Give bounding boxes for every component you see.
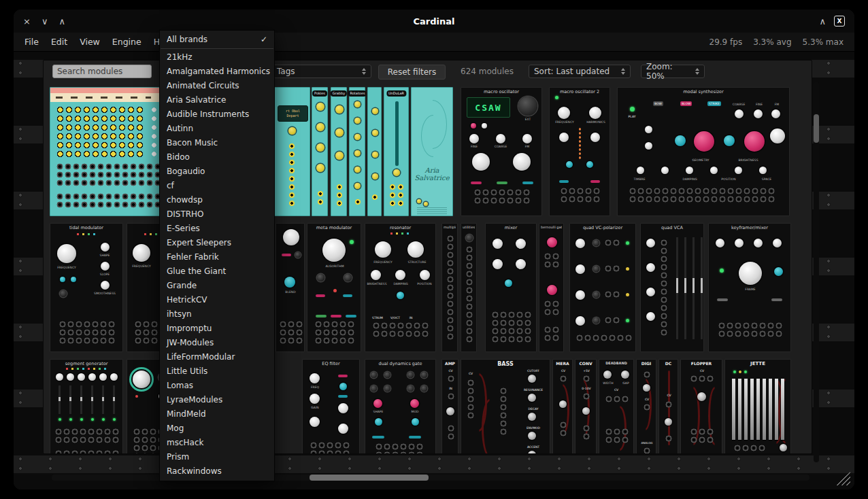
menu-item-brand[interactable]: cf <box>160 179 274 193</box>
module-preview-modal-synthesizer[interactable]: modal synthesizer PLAY BOW BLOW STRIKE C… <box>617 87 790 216</box>
menu-item-brand[interactable]: Fehler Fabrik <box>160 250 274 264</box>
knob <box>754 239 763 247</box>
module-preview-bass[interactable]: BASS CV CUTOFF RESONANCE DECAY ENVMOD AC… <box>461 359 550 454</box>
knob <box>575 290 585 300</box>
module-preview-pokies[interactable]: Pokies <box>312 87 328 216</box>
cpu-max: 5.3% max <box>803 37 844 47</box>
menu-item-brand[interactable]: Mog <box>160 421 274 436</box>
module-preview-eq-filter[interactable]: EQ filter FREQ GAIN <box>302 359 360 454</box>
module-preview-undular[interactable]: UnDuLaR <box>384 87 409 216</box>
module-preview-conv[interactable]: CONV +5V 0-10V <box>575 359 597 454</box>
module-title: MERA <box>554 361 571 366</box>
menu-item-brand[interactable]: HetrickCV <box>160 293 274 307</box>
module-preview-bernoulli-gate[interactable]: bernoulli gate <box>539 223 564 352</box>
module-preview-amp[interactable]: AMP CV IN <box>441 359 458 454</box>
led <box>80 418 83 421</box>
module-preview-keyframer-mixer[interactable]: keyframer/mixer FRAME <box>708 223 791 352</box>
menu-file[interactable]: File <box>24 37 39 47</box>
reset-filters-button[interactable]: Reset filters <box>378 65 446 80</box>
knob <box>56 373 63 381</box>
module-preview-flopper[interactable]: FLOPPER CV <box>680 359 722 454</box>
jack-field <box>314 320 355 345</box>
menu-item-brand[interactable]: Amalgamated Harmonics <box>160 65 274 79</box>
menu-item-brand[interactable]: Audible Instruments <box>160 107 274 122</box>
module-preview-rotatoes[interactable]: Rotatoes <box>349 87 365 216</box>
menu-item-brand[interactable]: mscHack <box>160 436 274 450</box>
knob <box>780 444 787 451</box>
menu-item-brand[interactable]: Bogaudio <box>160 165 274 179</box>
module-preview-aria-sequencer[interactable] <box>50 87 169 216</box>
module-preview-mera[interactable]: MERA CV <box>552 359 573 454</box>
close-window-icon[interactable]: × <box>23 16 31 27</box>
menu-item-brand[interactable]: Prism <box>160 450 274 464</box>
search-input[interactable] <box>52 65 152 78</box>
vertical-scrollbar[interactable] <box>814 82 819 462</box>
menu-item-brand[interactable]: LifeFormModular <box>160 350 274 364</box>
module-preview-segment-generator[interactable]: segment generator <box>50 359 123 454</box>
knob <box>384 385 390 392</box>
module-preview-jette[interactable]: JETTE <box>724 359 791 454</box>
menu-item-brand[interactable]: Bidoo <box>160 150 274 165</box>
module-preview-macro-oscillator[interactable]: macro oscillator CSAW EXT FINE COARSE FM <box>461 87 542 216</box>
menu-item-brand[interactable]: Aria Salvatrice <box>160 93 274 107</box>
menu-item-brand[interactable]: LyraeModules <box>160 393 274 407</box>
module-preview-aria-splash[interactable]: Aria Salvatrice <box>411 87 453 216</box>
module-preview-resonator[interactable]: resonator FREQUENCY STRUCTURE BRIGHTNESS… <box>365 223 436 352</box>
module-preview-meta-modulator[interactable]: meta modulator ALGORITHM <box>307 223 361 352</box>
menu-item-brand[interactable]: ihtsyn <box>160 307 274 322</box>
menu-item-brand[interactable]: Lomas <box>160 379 274 393</box>
menu-item-brand[interactable]: DISTRHO <box>160 207 274 222</box>
module-preview-texture-synth[interactable]: BLEND <box>276 223 305 352</box>
menu-item-brand[interactable]: Rackwindows <box>160 464 274 479</box>
menu-engine[interactable]: Engine <box>112 37 141 47</box>
module-preview-aria-thin[interactable] <box>367 87 382 216</box>
sort-dropdown[interactable]: Sort: Last updated <box>529 65 631 78</box>
menu-edit[interactable]: Edit <box>51 37 67 47</box>
zoom-dropdown[interactable]: Zoom: 50% <box>641 65 705 78</box>
menu-item-brand[interactable]: 21kHz <box>160 50 274 65</box>
maximize-window-icon[interactable]: ∧ <box>59 16 65 27</box>
menu-item-brand[interactable]: Grande <box>160 279 274 293</box>
module-preview-dual-dynamics-gate[interactable]: dual dynamics gate SHAPE MOD <box>365 359 436 454</box>
menu-separator <box>161 48 273 49</box>
module-preview-multiples[interactable]: multiples <box>441 223 458 352</box>
tags-filter-dropdown[interactable]: Tags <box>271 65 371 78</box>
module-preview-utilities[interactable]: utilities <box>461 223 477 352</box>
led-row <box>76 233 97 236</box>
menu-view[interactable]: View <box>80 37 100 47</box>
menu-item-brand[interactable]: Little Utils <box>160 364 274 379</box>
menu-item-brand[interactable]: MindMeld <box>160 407 274 421</box>
menu-item-brand[interactable]: Animated Circuits <box>160 79 274 93</box>
knob <box>60 290 67 297</box>
menu-item-all-brands[interactable]: All brands ✓ <box>160 33 274 47</box>
knob-label: MOD <box>406 410 424 413</box>
module-preview-dc[interactable]: DC CV <box>658 359 678 454</box>
menu-item-brand[interactable]: Impromptu <box>160 322 274 336</box>
module-preview-aria-station[interactable]: rt Obol Depart <box>273 87 310 216</box>
jack-field <box>316 190 324 206</box>
module-preview-deadband[interactable]: DEADBAND WIDTH GAP CV <box>599 359 634 454</box>
keep-above-icon[interactable]: ∧ <box>819 16 826 27</box>
module-preview-mixer[interactable]: mixer <box>485 223 537 352</box>
menu-item-brand[interactable]: Expert Sleepers <box>160 236 274 250</box>
menu-item-brand[interactable]: Bacon Music <box>160 136 274 150</box>
horizontal-scrollbar-thumb[interactable] <box>310 475 429 481</box>
menu-item-brand[interactable]: JW-Modules <box>160 336 274 350</box>
menu-item-brand[interactable]: Glue the Giant <box>160 264 274 279</box>
led <box>626 319 629 322</box>
module-preview-tidal-modulator[interactable]: tidal modulator FREQUENCY SHAPE SLOPE SM… <box>50 223 123 352</box>
module-preview-quad-vc-polarizer[interactable]: quad VC-polarizer <box>569 223 636 352</box>
minimize-window-icon[interactable]: ∨ <box>41 16 48 27</box>
jack-field <box>575 334 633 342</box>
module-preview-macro-oscillator-2[interactable]: macro oscillator 2 FREQUENCY HARMONICS <box>549 87 610 216</box>
module-preview-grabby[interactable]: Grabby <box>331 87 347 216</box>
menu-item-brand[interactable]: E-Series <box>160 222 274 236</box>
menu-item-brand[interactable]: Autinn <box>160 122 274 136</box>
module-preview-digi[interactable]: DIGI CV ANALOG <box>636 359 656 454</box>
module-preview-quad-vca[interactable]: quad VCA <box>640 223 704 352</box>
app-badge-icon[interactable]: X <box>834 16 845 27</box>
module-title: FLOPPER <box>682 361 720 366</box>
signature: Aria Salvatrice <box>412 167 452 182</box>
vertical-scrollbar-thumb[interactable] <box>814 114 819 143</box>
menu-item-brand[interactable]: chowdsp <box>160 193 274 207</box>
